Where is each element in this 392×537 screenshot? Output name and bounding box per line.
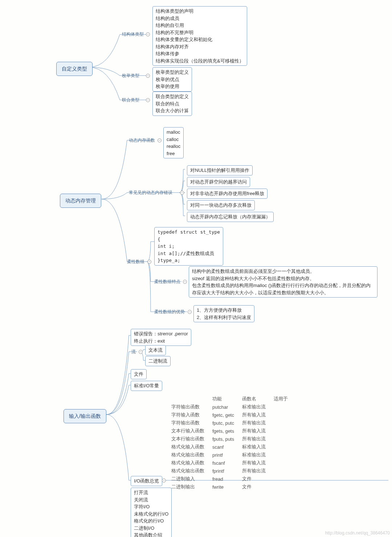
table-row: 二进制输出fwrite文件 <box>168 483 291 490</box>
box-dyn-functions: malloc calloc realloc free <box>163 127 184 158</box>
label-flex-features: 柔性数组特点 <box>154 279 180 285</box>
box-text-stream: 文本流 <box>145 345 166 355</box>
box-err-free-nondyn: 对非非动态开辟内存使用用free释放 <box>187 189 268 199</box>
box-enum-details: 枚举类型的定义 枚举的优点 枚举的使用 <box>152 67 192 92</box>
box-err-overflow: 对动态开辟空间的越界访问 <box>187 177 250 187</box>
root-custom-types[interactable]: 自定义类型 <box>56 62 93 76</box>
label-flex-array: 柔性数组 <box>127 259 144 265</box>
box-err-null: 对NULL指针的解引用用操作 <box>187 165 253 175</box>
label-common-errors: 常见见的动态内存错误 <box>129 190 172 196</box>
box-flex-advantages: 1、方方便便内存释放 2、这样有利利于访问速度 <box>193 305 254 322</box>
table-row: 格式化输入函数fscanf所有输入流 <box>168 459 291 467</box>
box-flex-features: 结构中的柔性数组成员前面面必须至至少一一个其他成员。 sizeof 返回的这种结… <box>189 266 377 298</box>
toggle-icon[interactable]: − <box>183 280 187 284</box>
box-err-doublefree: 对同一一块动态内存多次释放 <box>187 200 255 210</box>
toggle-icon[interactable]: − <box>180 191 184 195</box>
box-file: 文件 <box>131 369 147 379</box>
toggle-icon[interactable]: − <box>158 138 162 142</box>
label-union-type: 联合类型 <box>122 97 139 103</box>
box-err-leak: 动态开辟内存忘记释放（内存泄漏漏） <box>187 212 274 222</box>
label-flex-advantages: 柔性数组的优势 <box>154 309 185 315</box>
box-io-list: 打开流 关闭流 字符I/O 未格式化的行I/O 格式化的行I/O 二进制I/O … <box>131 488 172 537</box>
toggle-icon[interactable]: − <box>139 350 143 354</box>
label-dyn-functions: 动态内存函数 <box>129 137 155 144</box>
table-row: 文本行输出函数fputs, puts所有输出流 <box>168 435 291 443</box>
label-struct-type: 结构体类型 <box>122 31 144 37</box>
box-union-details: 联合类型的定义 联合的特点 联合大小的计算 <box>152 92 192 116</box>
toggle-icon[interactable]: − <box>146 32 150 36</box>
toggle-icon[interactable]: − <box>162 479 166 483</box>
table-row: 格式化输入函数scanf标准输入流 <box>168 443 291 451</box>
label-enum-type: 枚举类型 <box>122 73 139 79</box>
table-row: 格式化输出函数fprintf所有输出流 <box>168 467 291 475</box>
box-struct-details: 结构体类型的声明 结构的成员 结构的自引用 结构的不完整声明 结构体变量的定义和… <box>152 6 247 66</box>
table-row: 二进制输入fread文件 <box>168 475 291 483</box>
toggle-icon[interactable]: − <box>147 260 151 264</box>
toggle-icon[interactable]: − <box>146 98 150 102</box>
table-row: 字符输出函数fputc, putc所有输出流 <box>168 419 291 427</box>
box-io-const: 标准I/O常量 <box>131 381 162 391</box>
table-row: 字符输出函数putchar标准输出流 <box>168 403 291 411</box>
table-row: 字符输入函数fgetc, getc所有输入流 <box>168 411 291 419</box>
io-function-table: 功能函数名适用于 字符输出函数putchar标准输出流 字符输入函数fgetc,… <box>167 395 292 491</box>
label-stream: 流 <box>131 349 136 355</box>
watermark: http://blog.csdn.net/qq_38646470 <box>325 530 390 536</box>
toggle-icon[interactable]: − <box>146 74 150 78</box>
toggle-icon[interactable]: − <box>188 310 192 314</box>
root-dynamic-memory[interactable]: 动态内存管理 <box>60 194 101 208</box>
table-row: 文本行输入函数fgets, gets所有输入流 <box>168 427 291 435</box>
table-row: 功能函数名适用于 <box>168 395 291 403</box>
root-io-functions[interactable]: 输入/输出函数 <box>64 409 106 423</box>
box-flex-code: typedef struct st_type { int i; int a[];… <box>154 227 223 266</box>
box-binary-stream: 二进制流 <box>145 356 171 366</box>
box-io-overview: I/O函数总览 <box>131 476 162 486</box>
box-error-report: 错误报告：strerror ,perror 终止执行：exit <box>131 329 191 346</box>
table-row: 格式化输出函数printf标准输出流 <box>168 451 291 459</box>
